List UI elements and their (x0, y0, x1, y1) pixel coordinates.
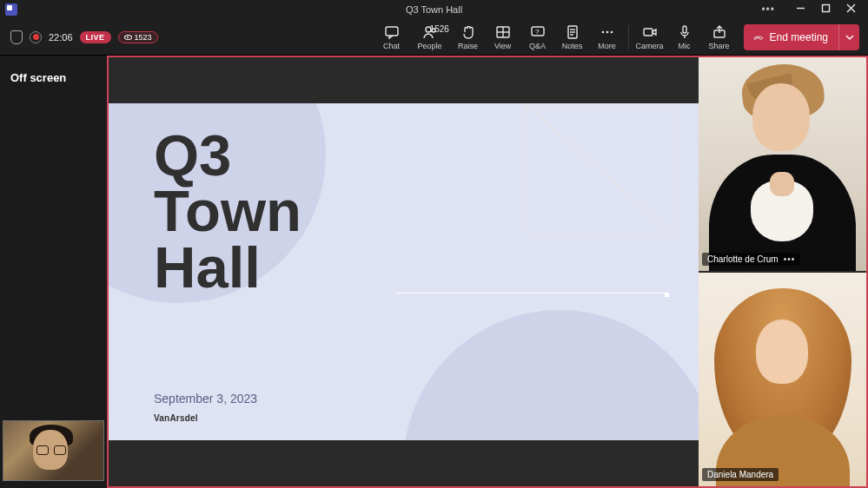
viewers-badge: 1523 (118, 31, 158, 43)
participant-name-tag: Daniela Mandera (702, 468, 779, 481)
window-title: Q3 Town Hall (406, 4, 462, 15)
meeting-timer: 22:06 (49, 32, 73, 43)
mic-icon (677, 24, 692, 40)
app-window: Q3 Town Hall ••• 22:06 LIVE 1523 (0, 0, 868, 488)
participant-video-column: Charlotte de Crum ••• Daniela Mandera (699, 57, 866, 486)
slide-marker (665, 293, 669, 297)
svg-point-18 (610, 30, 613, 33)
offscreen-participant-tile[interactable] (3, 420, 104, 481)
camera-icon (642, 24, 658, 40)
eye-icon (124, 35, 132, 40)
end-meeting-dropdown[interactable] (838, 24, 859, 50)
slide-title: Q3 Town Hall (154, 128, 301, 295)
camera-button[interactable]: Camera (633, 19, 667, 55)
share-icon (712, 24, 727, 40)
svg-text:?: ? (535, 28, 540, 36)
presentation-slide: Q3 Town Hall September 3, 2023 VanArsdel (109, 103, 699, 440)
notes-icon (565, 24, 580, 40)
offscreen-sidebar: Off screen (0, 56, 107, 488)
share-button[interactable]: Share (702, 19, 737, 55)
view-button[interactable]: View (486, 19, 520, 55)
live-badge: LIVE (80, 31, 111, 43)
notes-button[interactable]: Notes (555, 19, 590, 55)
svg-rect-4 (386, 27, 398, 36)
participant-name-tag: Charlotte de Crum ••• (702, 253, 800, 266)
raise-hand-icon (461, 24, 476, 40)
participant-more-icon[interactable]: ••• (784, 254, 796, 264)
view-icon (495, 24, 511, 40)
slide-divider (395, 293, 666, 293)
chevron-down-icon (845, 33, 854, 42)
meeting-stage: Q3 Town Hall September 3, 2023 VanArsdel… (107, 56, 868, 488)
svg-rect-1 (823, 5, 830, 12)
participant-video-tile[interactable]: Charlotte de Crum ••• (699, 57, 866, 271)
mic-button[interactable]: Mic (667, 19, 702, 55)
slide-triangle-graphic (527, 105, 674, 235)
people-count: 1526 (430, 24, 449, 34)
title-bar: Q3 Town Hall ••• (0, 0, 868, 19)
privacy-shield-icon[interactable] (10, 30, 23, 44)
close-button[interactable] (846, 3, 856, 16)
slide-date: September 3, 2023 (154, 392, 257, 406)
titlebar-more-icon[interactable]: ••• (761, 3, 775, 16)
toolbar-separator (628, 25, 629, 49)
participant-video-tile[interactable]: Daniela Mandera (699, 273, 866, 486)
end-meeting-button[interactable]: End meeting (744, 24, 838, 50)
recording-indicator-icon (30, 31, 42, 43)
maximize-button[interactable] (821, 3, 831, 16)
hangup-icon (752, 31, 765, 43)
minimize-button[interactable] (796, 3, 805, 16)
viewers-count: 1523 (135, 33, 152, 42)
chat-button[interactable]: Chat (374, 19, 409, 55)
svg-point-17 (606, 30, 608, 33)
svg-point-16 (601, 30, 604, 33)
more-button[interactable]: More (590, 19, 625, 55)
qa-icon: ? (530, 24, 546, 40)
svg-rect-20 (683, 26, 686, 33)
shared-content-area[interactable]: Q3 Town Hall September 3, 2023 VanArsdel (109, 57, 699, 486)
qa-button[interactable]: ? Q&A (520, 19, 555, 55)
more-icon (600, 24, 615, 40)
svg-line-24 (527, 105, 674, 235)
svg-rect-19 (644, 29, 653, 36)
meeting-toolbar: 22:06 LIVE 1523 Chat 1526 People Raise (0, 19, 868, 56)
slide-brand: VanArsdel (154, 413, 198, 423)
teams-icon (5, 3, 17, 16)
chat-icon (384, 24, 400, 40)
raise-hand-button[interactable]: Raise (451, 19, 486, 55)
offscreen-heading: Off screen (10, 71, 96, 84)
people-button[interactable]: 1526 People (409, 19, 451, 55)
